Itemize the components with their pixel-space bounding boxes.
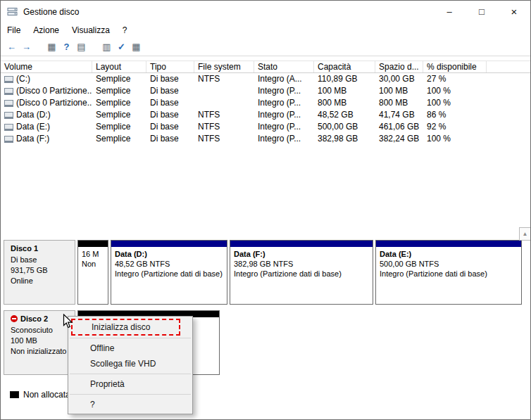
cell: Semplice — [92, 121, 146, 133]
volume-icon — [4, 100, 13, 107]
disk-status: Non inizializzato — [11, 346, 75, 357]
disk-name: Disco 1 — [11, 244, 75, 253]
disk-management-window: Gestione disco – □ × FileAzioneVisualizz… — [0, 0, 531, 420]
menu-item-initialize-disk[interactable]: Inizializza disco — [71, 319, 180, 336]
column-header-7[interactable]: Spazio d... — [375, 61, 423, 72]
column-header-3[interactable]: Tipo — [146, 61, 194, 72]
cell: 30,00 GB — [375, 73, 423, 85]
volume-row[interactable]: (Disco 0 Partizione...SempliceDi baseInt… — [1, 85, 531, 97]
partition-data-f[interactable]: Data (F:) 382,98 GB NTFS Integro (Partiz… — [230, 240, 373, 305]
partition-color-strip — [78, 241, 108, 247]
column-header-4[interactable]: File system — [194, 61, 254, 72]
cell: 110,89 GB — [314, 73, 375, 85]
column-header-filler — [487, 61, 531, 72]
volume-row[interactable]: Data (E:)SempliceDi baseNTFSIntegro (P..… — [1, 121, 531, 133]
partition-data-e[interactable]: Data (E:) 500,00 GB NTFS Integro (Partiz… — [375, 240, 522, 305]
maximize-icon: □ — [479, 7, 485, 16]
partition-color-strip — [230, 241, 373, 247]
cell: Semplice — [92, 73, 146, 85]
menu-item-visualizza[interactable]: Visualizza — [65, 23, 116, 37]
partition-size: 382,98 GB NTFS — [234, 259, 369, 269]
partition-title: Data (D:) — [115, 249, 223, 259]
show-console-tree-icon[interactable]: ▦ — [44, 39, 59, 54]
column-header-2[interactable]: Layout — [92, 61, 146, 72]
partition-data-d[interactable]: Data (D:) 48,52 GB NTFS Integro (Partizi… — [111, 240, 227, 305]
column-header-6[interactable]: Capacità — [314, 61, 375, 72]
partition-unallocated-16mb[interactable]: 16 M Non — [77, 240, 108, 305]
volume-row[interactable]: (Disco 0 Partizione...SempliceDi baseInt… — [1, 97, 531, 109]
check-icon[interactable]: ✓ — [114, 39, 129, 54]
cell: 41,74 GB — [375, 109, 423, 121]
menu-item-azione[interactable]: Azione — [27, 23, 65, 37]
mouse-cursor — [63, 314, 73, 329]
volume-row[interactable]: Data (F:)SempliceDi baseNTFSIntegro (P..… — [1, 133, 531, 145]
cell: NTFS — [194, 121, 254, 133]
volume-list: VolumeLayoutTipoFile systemStatoCapacità… — [1, 61, 531, 145]
forward-icon[interactable]: → — [19, 39, 34, 54]
minimize-icon: – — [446, 7, 451, 16]
export-list-icon[interactable]: ▤ — [74, 39, 89, 54]
cell: (Disco 0 Partizione... — [1, 85, 92, 97]
cell — [194, 97, 254, 109]
disk-status: Online — [11, 276, 75, 286]
cell: Semplice — [92, 109, 146, 121]
disk-type: Di base — [11, 255, 75, 265]
column-header-1[interactable]: Volume — [1, 61, 92, 72]
cell: 27 % — [423, 73, 487, 85]
cell: Integro (A... — [254, 73, 314, 85]
menu-item-offline[interactable]: Offline — [68, 341, 192, 356]
cell: Di base — [146, 85, 194, 97]
volume-row[interactable]: (C:)SempliceDi baseNTFSIntegro (A...110,… — [1, 73, 531, 85]
cell: 800 MB — [375, 97, 423, 109]
help-icon[interactable]: ? — [59, 39, 74, 54]
scrollbar-button[interactable]: ▲ — [519, 227, 531, 241]
back-icon[interactable]: ← — [4, 39, 19, 54]
legend-label: Non allocata — [23, 390, 70, 400]
close-button[interactable]: × — [498, 1, 530, 23]
volume-icon — [4, 88, 13, 95]
cell: 100 MB — [375, 85, 423, 97]
window-controls: – □ × — [433, 1, 530, 23]
menu-item-properties[interactable]: Proprietà — [68, 376, 192, 392]
cell: Semplice — [92, 97, 146, 109]
cell: NTFS — [194, 109, 254, 121]
cell: 800 MB — [314, 97, 375, 109]
menu-separator — [70, 338, 191, 338]
menu-item-detach-vhd-file[interactable]: Scollega file VHD — [68, 356, 192, 371]
disk-size: 931,75 GB — [11, 265, 75, 276]
cell: Di base — [146, 109, 194, 121]
cell: (C:) — [1, 73, 92, 85]
disk1-label[interactable]: Disco 1 Di base 931,75 GB Online — [4, 240, 75, 305]
column-header-5[interactable]: Stato — [254, 61, 314, 72]
volume-row[interactable]: Data (D:)SempliceDi baseNTFSIntegro (P..… — [1, 109, 531, 121]
partition-status: Integro (Partizione dati di base) — [115, 269, 223, 279]
cell: Semplice — [92, 85, 146, 97]
maximize-button[interactable]: □ — [466, 1, 498, 23]
volume-icon — [4, 112, 13, 119]
menu-separator — [70, 394, 191, 395]
cell: Di base — [146, 133, 194, 145]
cell: 86 % — [423, 109, 487, 121]
partition-size: 500,00 GB NTFS — [380, 259, 518, 269]
menu-item-file[interactable]: File — [1, 23, 27, 37]
column-header-8[interactable]: % disponibile — [423, 61, 487, 72]
cell: 100 % — [423, 133, 487, 145]
properties-icon[interactable]: ▥ — [99, 39, 114, 54]
cell: 382,24 GB — [375, 133, 423, 145]
minimize-button[interactable]: – — [433, 1, 466, 23]
menu-item-help[interactable]: ? — [68, 397, 192, 412]
unallocated-color-swatch — [10, 391, 19, 398]
cell: Di base — [146, 97, 194, 109]
cell: Integro (P... — [254, 121, 314, 133]
fields-icon[interactable]: ▦ — [129, 39, 144, 54]
app-icon — [7, 6, 18, 17]
context-menu: Inizializza disco Offline Scollega file … — [68, 316, 193, 414]
close-icon: × — [511, 6, 518, 17]
menu-bar: FileAzioneVisualizza? — [1, 23, 530, 37]
cell: Integro (P... — [254, 109, 314, 121]
cell: 100 % — [423, 97, 487, 109]
menu-item-help[interactable]: ? — [116, 23, 134, 37]
legend: Non allocata — [10, 390, 70, 400]
volume-icon — [4, 136, 13, 143]
partition-color-strip — [376, 241, 521, 247]
